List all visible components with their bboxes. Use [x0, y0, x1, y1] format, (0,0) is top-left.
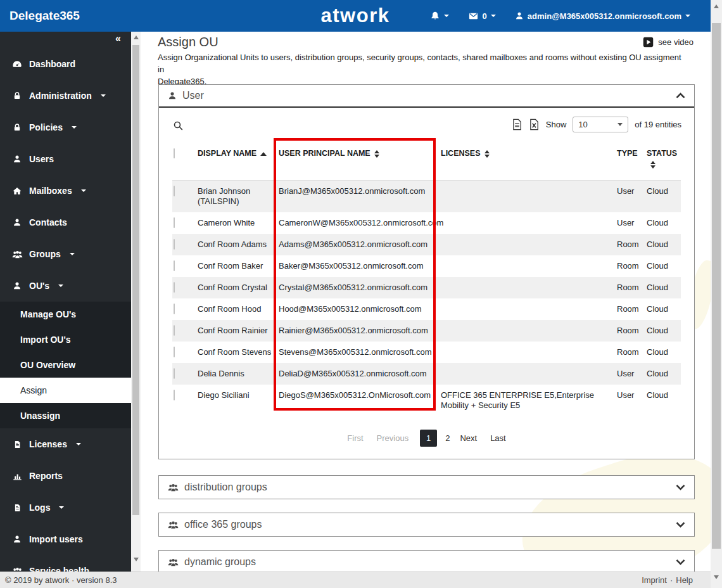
cell-type: Room [617, 277, 647, 298]
cell-type: Room [617, 234, 647, 255]
sidebar-subitem-assign[interactable]: Assign [0, 378, 131, 403]
pagination-next[interactable]: Next [460, 433, 477, 443]
table-toolbar: Show 10 of 19 entities [159, 108, 694, 142]
cell-type: Room [617, 342, 647, 363]
column-header-display-name[interactable]: DISPLAY NAME [198, 142, 279, 180]
cell-select [172, 298, 198, 320]
sidebar-item-users[interactable]: Users [0, 143, 131, 175]
column-header-user-principal-name[interactable]: USER PRINCIPAL NAME [279, 142, 441, 180]
group-panel-header-office-365-groups[interactable]: office 365 groups [159, 513, 694, 536]
pagination-previous[interactable]: Previous [377, 433, 409, 443]
table-row[interactable]: Conf Room RainierRainier@M365x005312.onm… [172, 320, 681, 342]
see-video-link[interactable]: see video [643, 37, 694, 48]
cell-user-principal-name: Stevens@M365x005312.onmicrosoft.com [279, 342, 441, 363]
column-header-label: LICENSES [441, 149, 481, 158]
table-row[interactable]: Brian Johnson (TAILSPIN)BrianJ@M365x0053… [172, 181, 681, 212]
export-excel-icon[interactable] [529, 118, 540, 131]
pagination-page-1[interactable]: 1 [420, 430, 437, 447]
row-checkbox[interactable] [174, 186, 175, 196]
sidebar-item-reports[interactable]: Reports [0, 460, 131, 492]
users-icon [11, 250, 23, 259]
sidebar-item-import-users[interactable]: Import users [0, 523, 131, 555]
group-panel-header-distribution-groups[interactable]: distribution groups [159, 476, 694, 499]
row-checkbox[interactable] [174, 239, 175, 250]
scroll-down-icon[interactable] [134, 558, 139, 561]
row-checkbox[interactable] [174, 282, 175, 293]
row-checkbox[interactable] [174, 217, 175, 228]
file-icon [11, 503, 23, 513]
column-header-status[interactable]: STATUS [647, 142, 682, 180]
sidebar-item-licenses[interactable]: Licenses [0, 428, 131, 460]
sidebar-item-logs[interactable]: Logs [0, 492, 131, 523]
table-row[interactable]: Conf Room BakerBaker@M365x005312.onmicro… [172, 255, 681, 277]
table-row[interactable]: Conf Room CrystalCrystal@M365x005312.onm… [172, 277, 681, 298]
scroll-up-icon[interactable] [714, 4, 719, 8]
cell-select [172, 181, 198, 212]
cell-licenses: OFFICE 365 ENTERPRISE E5,Enterprise Mobi… [441, 385, 617, 416]
sidebar-item-dashboard[interactable]: Dashboard [0, 48, 131, 80]
cell-licenses [441, 298, 617, 320]
sidebar-subitem-import-ou-s[interactable]: Import OU's [0, 327, 131, 352]
user-panel-header[interactable]: User [159, 85, 694, 108]
sidebar-subitem-ou-overview[interactable]: OU Overview [0, 352, 131, 378]
table-row[interactable]: Conf Room AdamsAdams@M365x005312.onmicro… [172, 234, 681, 255]
search-icon[interactable] [173, 120, 184, 131]
scroll-down-icon[interactable] [714, 575, 719, 579]
user-icon [11, 281, 23, 290]
row-checkbox[interactable] [174, 325, 175, 336]
table-row[interactable]: Conf Room StevensStevens@M365x005312.onm… [172, 342, 681, 363]
sidebar-item-groups[interactable]: Groups [0, 238, 131, 270]
chevron-down-icon[interactable] [676, 559, 685, 565]
column-header-label: STATUS [647, 149, 677, 158]
chevron-down-icon[interactable] [676, 521, 685, 528]
sidebar-item-policies[interactable]: Policies [0, 112, 131, 143]
chevron-down-icon [59, 506, 64, 509]
table-row[interactable]: Cameron WhiteCameronW@M365x005312.onmicr… [172, 212, 681, 234]
pagination-last[interactable]: Last [490, 433, 506, 443]
row-checkbox[interactable] [174, 260, 175, 271]
cell-licenses [441, 234, 617, 255]
table-row[interactable]: Delia DennisDeliaD@M365x005312.onmicroso… [172, 363, 681, 385]
sidebar-subitem-manage-ou-s[interactable]: Manage OU's [0, 302, 131, 327]
row-checkbox[interactable] [174, 347, 175, 357]
group-panel-header-dynamic-groups[interactable]: dynamic groups [159, 551, 694, 573]
row-checkbox[interactable] [174, 368, 175, 379]
page-size-select[interactable]: 10 [573, 117, 628, 132]
account-menu[interactable]: admin@M365x005312.onmicrosoft.com [515, 11, 690, 21]
cell-display-name: Diego Siciliani [198, 385, 279, 416]
sidebar-item-label: Contacts [29, 217, 67, 227]
cell-display-name: Conf Room Baker [198, 255, 279, 277]
sidebar-subitem-unassign[interactable]: Unassign [0, 403, 131, 428]
notifications-menu[interactable] [430, 11, 449, 21]
page-scrollbar[interactable] [711, 0, 722, 588]
sidebar-item-contacts[interactable]: Contacts [0, 207, 131, 238]
pagination-first[interactable]: First [347, 433, 363, 443]
export-csv-icon[interactable] [512, 118, 522, 131]
sidebar-item-mailboxes[interactable]: Mailboxes [0, 175, 131, 207]
collapse-sidebar-icon[interactable]: « [115, 33, 121, 44]
sidebar-item-ou-s[interactable]: OU's [0, 270, 131, 302]
scrollbar-thumb[interactable] [712, 23, 721, 549]
column-header-select-all[interactable] [172, 142, 198, 180]
table-row[interactable]: Conf Room HoodHood@M365x005312.onmicroso… [172, 298, 681, 320]
play-video-icon [643, 37, 654, 48]
messages-menu[interactable]: 0 [468, 11, 496, 21]
scrollbar-thumb[interactable] [132, 45, 139, 515]
panel-title: distribution groups [184, 482, 267, 493]
scroll-up-icon[interactable] [134, 35, 139, 39]
row-checkbox[interactable] [174, 390, 175, 400]
footer: © 2019 by atwork · version 8.3 Imprint·H… [0, 572, 711, 588]
column-header-licenses[interactable]: LICENSES [441, 142, 617, 180]
select-all-checkbox[interactable] [174, 148, 175, 158]
chevron-down-icon[interactable] [676, 484, 685, 490]
pagination-page-2[interactable]: 2 [445, 433, 450, 443]
footer-link-help[interactable]: Help [676, 575, 693, 585]
footer-link-imprint[interactable]: Imprint [642, 575, 667, 585]
sidebar-item-service-health[interactable]: Service health [0, 555, 131, 572]
chevron-up-icon[interactable] [676, 93, 685, 99]
cell-type: Room [617, 298, 647, 320]
row-checkbox[interactable] [174, 304, 175, 314]
sidebar-item-administration[interactable]: Administration [0, 80, 131, 112]
table-row[interactable]: Diego SicilianiDiegoS@M365x005312.OnMicr… [172, 385, 681, 416]
content-scrollbar[interactable] [131, 32, 141, 572]
